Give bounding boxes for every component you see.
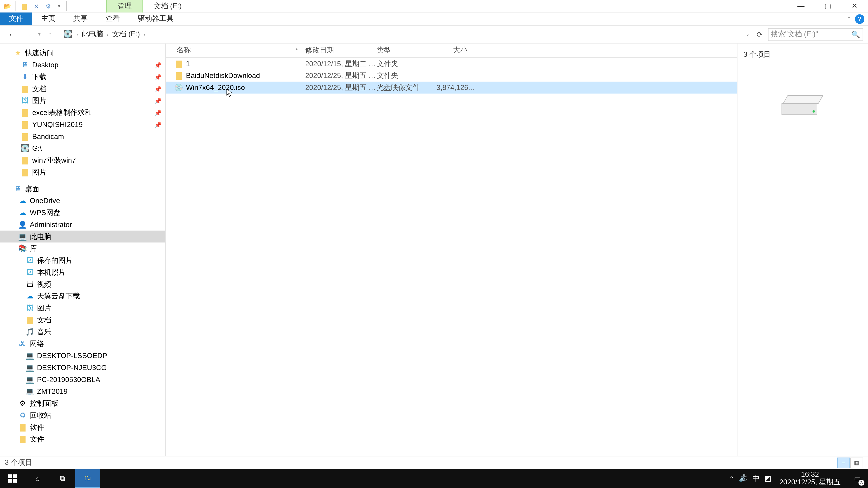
- tray-overflow-icon[interactable]: ⌃: [729, 475, 734, 482]
- qat-new-folder-icon[interactable]: ▇: [20, 1, 29, 11]
- tree-quick-access[interactable]: ★ 快速访问: [0, 47, 165, 59]
- tree-item[interactable]: ▇图片: [0, 166, 165, 178]
- chevron-right-icon[interactable]: ›: [75, 31, 79, 37]
- tree-item[interactable]: ▇软件: [0, 421, 165, 433]
- tree-item[interactable]: 💻DESKTOP-LSSOEDP: [0, 350, 165, 362]
- status-bar: 3 个项目 ≡ ▦: [0, 456, 868, 469]
- crumb-drive[interactable]: 文档 (E:): [112, 29, 140, 39]
- ribbon-file-tab[interactable]: 文件: [0, 12, 32, 25]
- tree-item[interactable]: 📚库: [0, 242, 165, 254]
- maximize-button[interactable]: ▢: [814, 0, 841, 12]
- minimize-button[interactable]: ―: [787, 0, 814, 12]
- tree-item[interactable]: 🖥Desktop📌: [0, 59, 165, 71]
- sort-asc-icon: ▴: [296, 46, 298, 51]
- qat-dropdown-icon[interactable]: ▾: [55, 3, 63, 9]
- column-type[interactable]: 类型: [374, 45, 434, 55]
- tree-label: 图片: [37, 303, 51, 313]
- tree-item[interactable]: ▇excel表格制作求和📌: [0, 107, 165, 119]
- tree-item[interactable]: ☁天翼云盘下载: [0, 290, 165, 302]
- ribbon-tab-drive-tools[interactable]: 驱动器工具: [129, 12, 182, 25]
- file-date: 2020/12/15, 星期二 1...: [305, 59, 377, 69]
- tree-item[interactable]: 🖼保存的图片: [0, 254, 165, 266]
- file-row[interactable]: ▇12020/12/15, 星期二 1...文件夹: [166, 58, 737, 70]
- tree-item[interactable]: 💻PC-20190530OBLA: [0, 374, 165, 386]
- svg-rect-0: [8, 474, 12, 478]
- nav-back-button[interactable]: ←: [5, 27, 19, 41]
- search-input[interactable]: 搜索"文档 (E:)" 🔍: [768, 28, 863, 41]
- tree-item[interactable]: 💻ZMT2019: [0, 385, 165, 397]
- ime-indicator[interactable]: 中: [752, 473, 760, 484]
- tree-item[interactable]: ▇文档📌: [0, 83, 165, 95]
- column-size[interactable]: 大小: [434, 45, 470, 55]
- view-details-button[interactable]: ≡: [837, 457, 850, 468]
- tree-item[interactable]: 👤Administrator: [0, 219, 165, 231]
- tree-item[interactable]: ▇文档: [0, 314, 165, 326]
- contextual-tab-manage[interactable]: 管理: [106, 0, 143, 12]
- pc-icon: 💻: [18, 232, 27, 241]
- chevron-right-icon[interactable]: ›: [142, 31, 146, 37]
- crumb-this-pc[interactable]: 此电脑: [82, 29, 103, 39]
- ribbon-tab-share[interactable]: 共享: [64, 12, 96, 25]
- file-rows[interactable]: ▇12020/12/15, 星期二 1...文件夹▇BaiduNetdiskDo…: [166, 58, 737, 456]
- tree-item[interactable]: 🖼图片: [0, 302, 165, 314]
- column-name[interactable]: 名称 ▴: [174, 45, 303, 55]
- tree-item[interactable]: 🖼图片📌: [0, 95, 165, 107]
- nav-forward-button[interactable]: →: [22, 27, 36, 41]
- tree-desktop-root[interactable]: 🖥 桌面: [0, 183, 165, 195]
- taskbar[interactable]: ⌕ ⧉ 🗂 ⌃ 🔊 中 ◩ 16:32 2020/12/25, 星期五 ▭ 3: [0, 469, 868, 488]
- tree-item[interactable]: ⬇下载📌: [0, 71, 165, 83]
- nav-history-dropdown-icon[interactable]: ▾: [38, 32, 41, 37]
- system-tray[interactable]: ⌃ 🔊 中 ◩ 16:32 2020/12/25, 星期五 ▭ 3: [729, 470, 868, 487]
- qat-close-icon[interactable]: ✕: [32, 1, 41, 11]
- tree-item[interactable]: ▇文件: [0, 433, 165, 445]
- tree-item[interactable]: ⚙控制面板: [0, 397, 165, 410]
- tree-item[interactable]: ☁WPS网盘: [0, 207, 165, 219]
- chevron-right-icon[interactable]: ›: [105, 31, 110, 37]
- taskbar-explorer-button[interactable]: 🗂: [75, 469, 100, 488]
- taskbar-search-button[interactable]: ⌕: [25, 469, 50, 488]
- address-history-icon[interactable]: ⌄: [743, 32, 752, 37]
- tree-item[interactable]: 💻此电脑: [0, 231, 165, 242]
- tree-label: G:\: [32, 144, 41, 153]
- column-date[interactable]: 修改日期: [303, 45, 374, 55]
- tree-item[interactable]: 💻DESKTOP-NJEU3CG: [0, 362, 165, 374]
- search-icon[interactable]: 🔍: [851, 30, 860, 38]
- qat-settings-icon[interactable]: ⚙: [43, 1, 53, 11]
- start-button[interactable]: [0, 469, 25, 488]
- nav-up-button[interactable]: ↑: [43, 27, 57, 41]
- ribbon-tab-home[interactable]: 主页: [32, 12, 64, 25]
- tree-label: PC-20190530OBLA: [37, 376, 100, 384]
- tray-app-icon[interactable]: ◩: [765, 474, 771, 483]
- volume-icon[interactable]: 🔊: [739, 474, 748, 483]
- refresh-icon[interactable]: ⟳: [754, 30, 766, 38]
- view-icons-button[interactable]: ▦: [850, 457, 863, 468]
- tree-label: 音乐: [37, 327, 51, 337]
- tree-item[interactable]: 🖼本机照片: [0, 266, 165, 278]
- navigation-tree[interactable]: ★ 快速访问 🖥Desktop📌⬇下载📌▇文档📌🖼图片📌▇excel表格制作求和…: [0, 43, 166, 456]
- tree-network[interactable]: 🖧 网络: [0, 338, 165, 350]
- pin-icon: 📌: [154, 62, 162, 68]
- tree-item[interactable]: 🎵音乐: [0, 326, 165, 338]
- action-center-button[interactable]: ▭ 3: [849, 470, 866, 487]
- taskbar-clock[interactable]: 16:32 2020/12/25, 星期五: [776, 471, 844, 486]
- breadcrumb[interactable]: 💽 › 此电脑 › 文档 (E:) ›: [60, 29, 739, 39]
- file-row[interactable]: ▇BaiduNetdiskDownload2020/12/25, 星期五 1..…: [166, 70, 737, 82]
- ribbon-collapse-icon[interactable]: ⌃: [846, 15, 851, 22]
- tree-item[interactable]: ☁OneDrive: [0, 195, 165, 207]
- tree-item[interactable]: 💽G:\: [0, 142, 165, 154]
- close-button[interactable]: ✕: [841, 0, 868, 12]
- tree-item[interactable]: ▇win7重装win7: [0, 154, 165, 166]
- tree-item[interactable]: ▇Bandicam: [0, 131, 165, 142]
- tree-item[interactable]: ♻回收站: [0, 410, 165, 421]
- pc-icon: 💻: [25, 363, 35, 372]
- ribbon-tab-view[interactable]: 查看: [96, 12, 129, 25]
- help-icon[interactable]: ?: [855, 14, 864, 24]
- tree-label: OneDrive: [30, 197, 60, 205]
- tree-item[interactable]: 🎞视频: [0, 278, 165, 290]
- task-view-button[interactable]: ⧉: [50, 469, 75, 488]
- column-headers[interactable]: 名称 ▴ 修改日期 类型 大小: [166, 43, 737, 58]
- clock-date: 2020/12/25, 星期五: [779, 479, 841, 486]
- file-row[interactable]: 💿Win7x64_2020.iso2020/12/25, 星期五 1...光盘映…: [166, 82, 737, 94]
- tree-label: Desktop: [32, 61, 58, 69]
- tree-item[interactable]: ▇YUNQISHI2019📌: [0, 119, 165, 131]
